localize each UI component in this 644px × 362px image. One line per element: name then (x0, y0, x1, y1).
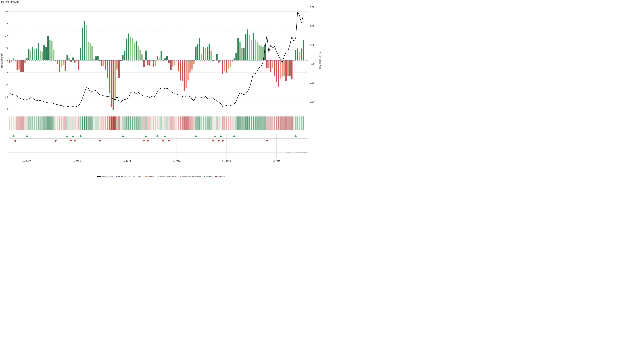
legend-circ-icon (215, 176, 217, 177)
heatmap-cell (151, 116, 152, 130)
strength-bar (199, 38, 200, 60)
right-axis-title: Weekly Close Price (319, 52, 321, 69)
flip-marker-band (9, 134, 308, 158)
strength-bar (184, 60, 185, 91)
strength-bar (20, 60, 22, 72)
strength-bar (157, 56, 158, 60)
strength-bar (174, 60, 176, 64)
heatmap-cell (201, 116, 202, 130)
heatmap-cell (260, 116, 262, 130)
strength-bar (260, 46, 262, 60)
strength-bar (124, 51, 126, 60)
x-axis-tick: Jul 2024 (172, 160, 180, 162)
strength-bar (218, 60, 220, 62)
strength-bar (134, 42, 135, 60)
heatmap-cell (24, 116, 26, 130)
left-axis-tick: 40 (5, 10, 8, 13)
strength-bar (168, 60, 170, 63)
heatmap-strip (9, 116, 304, 130)
heatmap-cell (51, 116, 53, 130)
strength-bar (128, 33, 129, 60)
left-axis-tick: 0 (6, 59, 8, 61)
heatmap-cell (59, 116, 60, 130)
strength-bar (247, 29, 248, 60)
legend-item: Top (133, 176, 141, 177)
legend-up-icon (157, 176, 159, 177)
strength-bar (153, 60, 154, 67)
heatmap-cell (38, 116, 39, 130)
legend: Weekly CloseBaseline (0)TopBottomFlip Up… (0, 176, 322, 177)
flip-up-marker (80, 135, 82, 137)
strength-bar (13, 58, 14, 60)
heatmap-cell (122, 116, 124, 130)
strength-bar (95, 56, 96, 60)
heatmap-cell (14, 116, 16, 130)
strength-bar (243, 48, 244, 60)
strength-bar (18, 60, 20, 69)
heatmap-cell (136, 116, 137, 130)
heatmap-cell (16, 116, 18, 130)
flip-up-marker (72, 135, 74, 137)
heatmap-cell (214, 116, 216, 130)
heatmap-cell (299, 116, 300, 130)
strength-bar (138, 46, 139, 60)
heatmap-cell (124, 116, 126, 130)
strength-bar (297, 48, 298, 60)
heatmap-cell (12, 116, 14, 130)
strength-bar (59, 60, 60, 72)
strength-bar (197, 44, 198, 60)
legend-label: Positive (206, 176, 212, 177)
x-axis-tick: Jan 2025 (222, 160, 231, 162)
legend-label: Flip Down (Green→Red) (182, 176, 201, 177)
strength-bar (142, 54, 143, 60)
heatmap-cell (270, 116, 272, 130)
right-axis-tick: 3.00 (310, 82, 314, 84)
heatmap-cell (22, 116, 24, 130)
strength-bar (172, 60, 174, 67)
heatmap-cell (160, 116, 162, 130)
strength-bar (101, 60, 102, 66)
heatmap-cell (93, 116, 95, 130)
heatmap-cell (295, 116, 296, 130)
strength-bar (255, 39, 256, 60)
heatmap-cell (134, 116, 135, 130)
heatmap-cell (249, 116, 250, 130)
strength-bar (206, 47, 208, 60)
legend-label: Weekly Close (102, 176, 113, 177)
flip-up-marker (295, 135, 297, 137)
heatmap-cell (26, 116, 28, 130)
heatmap-cell (208, 116, 210, 130)
legend-label: Baseline (0) (121, 176, 130, 177)
chart-svg: 403020100−10−20−30−407.006.005.004.003.0… (0, 0, 322, 175)
legend-item: Baseline (0) (116, 176, 130, 177)
heatmap-cell (170, 116, 172, 130)
strength-bar (270, 60, 271, 72)
left-axis-tick: −30 (4, 96, 8, 98)
flip-down-marker (74, 140, 76, 142)
heatmap-cell (237, 116, 239, 130)
heatmap-cell (53, 116, 55, 130)
strength-bar (136, 41, 137, 60)
heatmap-cell (166, 116, 168, 130)
heatmap-cell (57, 116, 58, 130)
legend-dot-icon (133, 176, 137, 177)
strength-bar (40, 51, 41, 60)
heatmap-cell (228, 116, 229, 130)
legend-label: Top (138, 176, 141, 177)
strength-bar (68, 58, 70, 60)
strength-bar (256, 42, 258, 60)
heatmap-cell (60, 116, 62, 130)
heatmap-cell (47, 116, 49, 130)
flip-down-marker (55, 140, 57, 142)
strength-bar (97, 56, 98, 60)
heatmap-cell (112, 116, 114, 130)
heatmap-cell (230, 116, 231, 130)
strength-bar (203, 47, 204, 60)
heatmap-cell (178, 116, 180, 130)
strength-bar (45, 47, 46, 60)
right-axis-tick: 6.00 (310, 25, 314, 27)
page-title: Market Strength (1, 1, 20, 3)
strength-bar (51, 41, 52, 60)
flip-up-marker (195, 135, 197, 137)
heatmap-cell (141, 116, 143, 130)
